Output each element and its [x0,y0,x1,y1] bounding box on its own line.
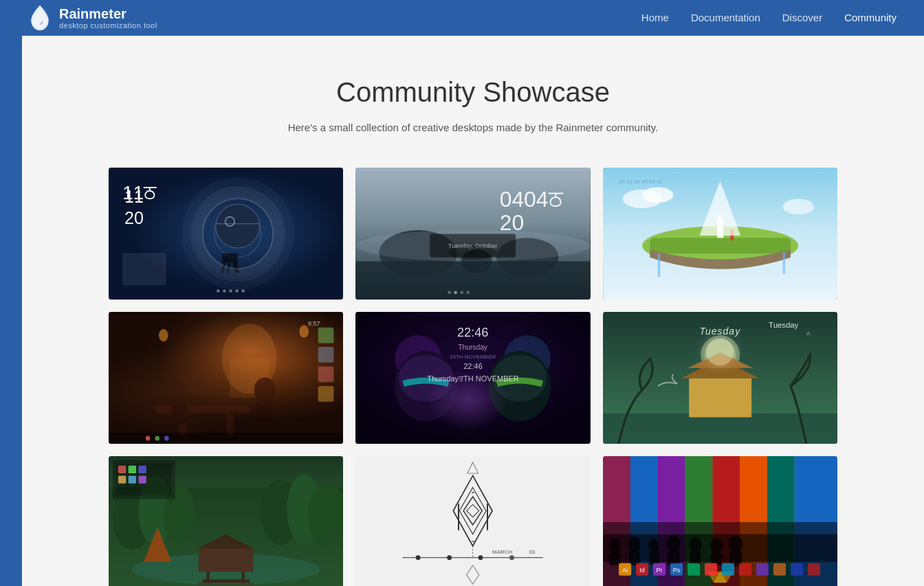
svg-point-18 [235,289,239,293]
desktop-thumbnail-3: 85 93 80 85 88 92 [603,168,837,300]
svg-point-145 [710,538,723,554]
svg-rect-65 [109,433,343,444]
page-subtitle: Here's a small collection of creative de… [77,122,869,133]
page-title: Community Showcase [77,77,869,108]
left-accent-bar [0,36,22,586]
svg-point-42 [642,187,673,203]
svg-rect-83 [689,379,751,418]
svg-point-137 [628,537,640,552]
nav-item-discover[interactable]: Discover [782,12,822,24]
desktop-thumbnail-4: 8:57 [109,312,343,444]
svg-text:85  93  80  85  88  92: 85 93 80 85 88 92 [619,179,663,185]
svg-rect-107 [138,466,146,473]
svg-point-54 [170,383,188,405]
svg-rect-102 [199,583,254,586]
svg-text:Thursday: Thursday [459,343,488,351]
nav-link-documentation[interactable]: Documentation [691,12,760,23]
svg-rect-140 [649,552,659,565]
svg-point-31 [454,291,458,294]
svg-text:20: 20 [124,208,144,227]
svg-text:8:57: 8:57 [308,320,320,327]
svg-point-67 [155,436,160,441]
svg-point-118 [448,555,452,560]
svg-rect-39 [717,221,723,238]
nav-link-discover[interactable]: Discover [782,12,822,23]
page-wrapper: Community Showcase Here's a small collec… [0,36,924,586]
nav-item-home[interactable]: Home [641,12,669,24]
desktop-thumbnail-1: 11 20 [109,168,343,300]
svg-marker-115 [467,504,479,517]
svg-rect-110 [138,475,146,483]
nav-links: Home Documentation Discover Community [641,12,896,24]
nav-link-home[interactable]: Home [641,12,669,23]
logo-icon [28,4,52,32]
svg-text:22:46: 22:46 [457,326,488,339]
svg-rect-101 [203,579,250,583]
gallery-item-9[interactable]: Ai Id Pr Ps [603,456,837,586]
gallery-item-2[interactable]: 04 20 Tuesday, October [355,168,590,300]
svg-point-49 [222,324,277,394]
svg-text:Ai: Ai [622,567,628,574]
nav-item-documentation[interactable]: Documentation [691,12,760,24]
svg-point-119 [478,555,483,560]
svg-point-15 [217,289,220,293]
svg-rect-51 [155,405,249,413]
svg-rect-164 [739,563,751,576]
svg-rect-108 [118,475,126,483]
gallery-item-5[interactable]: 22:46 Thursday 24TH NOVEMBER [355,312,590,444]
svg-rect-46 [730,234,734,240]
svg-marker-114 [463,497,482,525]
desktop-thumbnail-7 [109,456,343,586]
svg-rect-63 [318,386,334,402]
svg-point-120 [509,555,514,560]
svg-point-139 [648,539,659,552]
svg-rect-162 [705,563,717,576]
svg-text:24TH NOVEMBER: 24TH NOVEMBER [450,354,496,360]
svg-text:Id: Id [639,567,645,574]
svg-point-147 [729,536,742,553]
svg-rect-136 [609,553,620,565]
svg-text:Ps: Ps [672,567,680,574]
logo-text: Rainmeter desktop customization tool [59,6,157,30]
svg-rect-50 [230,359,269,398]
svg-rect-105 [118,466,126,473]
svg-point-19 [241,289,245,293]
gallery-item-7[interactable] [109,456,343,586]
logo[interactable]: Rainmeter desktop customization tool [28,4,157,32]
svg-rect-52 [179,414,187,437]
svg-rect-165 [756,563,769,576]
gallery-item-1[interactable]: 11 20 [109,168,343,300]
svg-rect-28 [430,234,516,258]
svg-rect-57 [256,402,274,424]
svg-rect-163 [722,563,734,576]
svg-point-68 [164,436,169,441]
gallery-item-6[interactable]: Tuesday A [603,312,837,444]
svg-point-135 [608,538,621,554]
desktop-thumbnail-5: 22:46 Thursday 24TH NOVEMBER [355,312,590,444]
svg-rect-53 [226,414,234,437]
svg-point-59 [299,325,309,337]
nav-item-community[interactable]: Community [844,12,896,24]
svg-rect-144 [690,552,701,565]
svg-rect-167 [791,563,803,576]
gallery-item-8[interactable]: MARCH 03 [355,456,590,586]
svg-point-17 [229,289,232,293]
desktop-thumbnail-6: Tuesday A [603,312,837,444]
svg-rect-168 [808,563,820,576]
gallery-item-4[interactable]: 8:57 [109,312,343,444]
svg-text:MARCH: MARCH [492,549,512,555]
svg-rect-47 [109,312,343,444]
svg-text:A: A [806,330,811,337]
svg-point-4 [216,204,260,248]
svg-point-45 [729,229,734,234]
svg-point-16 [223,289,226,293]
gallery-item-3[interactable]: 85 93 80 85 88 92 [603,168,837,300]
nav-link-community[interactable]: Community [844,12,896,23]
svg-rect-106 [129,466,136,473]
svg-rect-55 [171,404,187,423]
svg-point-30 [448,291,452,294]
svg-rect-48 [109,312,343,444]
svg-rect-61 [318,347,334,363]
svg-text:03: 03 [529,549,536,555]
svg-text:Tuesday: Tuesday [769,321,798,329]
